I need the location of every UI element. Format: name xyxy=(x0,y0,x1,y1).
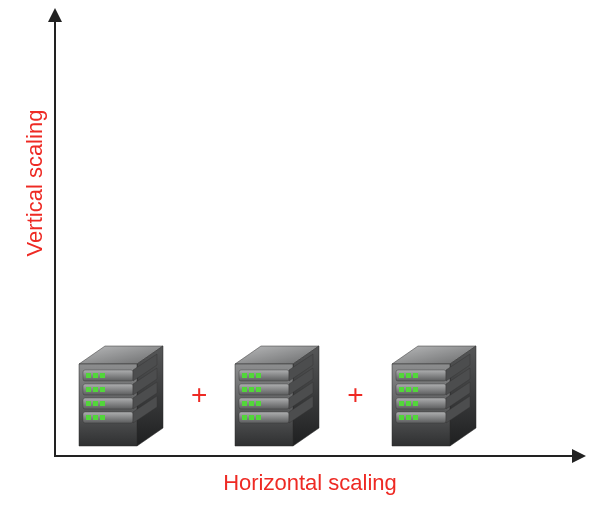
svg-rect-39 xyxy=(249,401,254,406)
svg-rect-66 xyxy=(399,415,404,420)
svg-rect-10 xyxy=(86,387,91,392)
svg-rect-38 xyxy=(242,401,247,406)
svg-rect-43 xyxy=(242,415,247,420)
svg-rect-35 xyxy=(256,387,261,392)
svg-rect-22 xyxy=(100,415,105,420)
server-svg xyxy=(388,340,480,450)
svg-rect-68 xyxy=(413,415,418,420)
svg-rect-29 xyxy=(249,373,254,378)
server-svg xyxy=(231,340,323,450)
svg-rect-53 xyxy=(413,373,418,378)
svg-rect-33 xyxy=(242,387,247,392)
svg-rect-45 xyxy=(256,415,261,420)
server-svg xyxy=(75,340,167,450)
plus-operator: + xyxy=(341,379,369,411)
svg-rect-30 xyxy=(256,373,261,378)
svg-rect-5 xyxy=(86,373,91,378)
y-axis xyxy=(54,10,56,455)
svg-rect-12 xyxy=(100,387,105,392)
svg-rect-11 xyxy=(93,387,98,392)
x-axis xyxy=(54,455,584,457)
svg-rect-67 xyxy=(406,415,411,420)
svg-rect-58 xyxy=(413,387,418,392)
svg-rect-62 xyxy=(406,401,411,406)
servers-row: + xyxy=(75,340,480,450)
svg-rect-17 xyxy=(100,401,105,406)
svg-rect-21 xyxy=(93,415,98,420)
server-icon xyxy=(75,340,167,450)
svg-rect-56 xyxy=(399,387,404,392)
svg-rect-57 xyxy=(406,387,411,392)
svg-rect-7 xyxy=(100,373,105,378)
svg-rect-20 xyxy=(86,415,91,420)
svg-rect-16 xyxy=(93,401,98,406)
svg-rect-6 xyxy=(93,373,98,378)
server-icon xyxy=(231,340,323,450)
svg-rect-28 xyxy=(242,373,247,378)
plus-operator: + xyxy=(185,379,213,411)
svg-rect-40 xyxy=(256,401,261,406)
svg-rect-44 xyxy=(249,415,254,420)
svg-rect-61 xyxy=(399,401,404,406)
svg-rect-52 xyxy=(406,373,411,378)
server-icon xyxy=(388,340,480,450)
svg-rect-51 xyxy=(399,373,404,378)
svg-rect-34 xyxy=(249,387,254,392)
y-axis-label: Vertical scaling xyxy=(22,98,48,268)
svg-rect-15 xyxy=(86,401,91,406)
x-axis-label: Horizontal scaling xyxy=(200,470,420,496)
svg-rect-63 xyxy=(413,401,418,406)
